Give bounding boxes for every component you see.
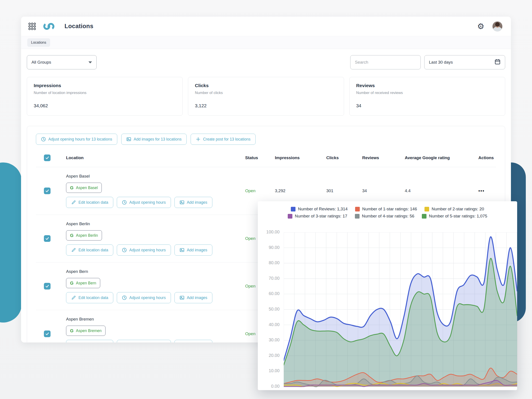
legend-swatch-icon bbox=[422, 214, 426, 219]
row-action-clock-button[interactable]: Adjust opening hours bbox=[117, 245, 171, 256]
bulk-action-label: Adjust opening hours for 13 locations bbox=[48, 137, 112, 142]
search-input[interactable] bbox=[355, 60, 416, 65]
google-profile-name: Aspen Basel bbox=[76, 185, 98, 190]
background-shape-left bbox=[0, 163, 22, 323]
bulk-action-button-0[interactable]: Adjust opening hours for 13 locations bbox=[36, 134, 117, 145]
column-header-rating[interactable]: Average Google rating bbox=[400, 155, 474, 160]
date-range-picker[interactable]: Last 30 days bbox=[424, 55, 505, 69]
row-action-clock-button[interactable]: Adjust opening hours bbox=[117, 292, 171, 303]
breadcrumb: Locations bbox=[21, 36, 511, 49]
kpi-value: 34 bbox=[356, 103, 498, 108]
google-profile-name: Aspen Berlin bbox=[76, 233, 98, 238]
google-profile-badge[interactable]: GAspen Basel bbox=[66, 183, 102, 193]
row-action-pencil-button[interactable]: Edit location data bbox=[66, 292, 113, 303]
row-checkbox[interactable] bbox=[44, 330, 51, 337]
breadcrumb-item-locations[interactable]: Locations bbox=[27, 38, 50, 47]
row-action-clock-button[interactable]: Adjust opening hours bbox=[117, 197, 171, 208]
kpi-title: Impressions bbox=[34, 83, 176, 88]
row-action-pencil-button[interactable]: Edit location data bbox=[66, 245, 113, 256]
group-filter-value: All Groups bbox=[32, 60, 51, 65]
row-checkbox[interactable] bbox=[44, 235, 51, 242]
y-axis-label: 90.00 bbox=[258, 245, 279, 250]
row-action-clock-button[interactable]: Adjust opening hours bbox=[117, 340, 171, 342]
kpi-subtitle: Number of location impressions bbox=[34, 91, 176, 95]
y-axis-label: 70.00 bbox=[258, 276, 279, 281]
row-action-label: Edit location data bbox=[78, 296, 108, 300]
legend-label: Number of 2-star ratings: 20 bbox=[431, 207, 484, 211]
brand-logo-icon[interactable] bbox=[43, 22, 55, 31]
select-all-checkbox[interactable] bbox=[44, 154, 51, 161]
column-header-clicks[interactable]: Clicks bbox=[322, 155, 358, 160]
row-action-label: Add images bbox=[187, 248, 207, 253]
legend-item[interactable]: Number of 5-star ratings: 1,075 bbox=[422, 214, 487, 219]
image-icon bbox=[180, 295, 184, 300]
bulk-action-button-2[interactable]: Create post for 13 locations bbox=[191, 134, 256, 145]
bulk-actions: Adjust opening hours for 13 locationsAdd… bbox=[36, 134, 496, 145]
legend-item[interactable]: Number of 1-star ratings: 146 bbox=[355, 207, 417, 211]
user-avatar[interactable] bbox=[492, 21, 502, 32]
legend-item[interactable]: Number of 4-star ratings: 56 bbox=[355, 214, 415, 219]
y-axis-label: 80.00 bbox=[258, 260, 279, 265]
google-profile-badge[interactable]: GAspen Bremen bbox=[66, 326, 106, 336]
row-action-label: Add images bbox=[187, 296, 207, 300]
google-profile-badge[interactable]: GAspen Berlin bbox=[66, 230, 102, 241]
column-header-actions[interactable]: Actions bbox=[474, 155, 496, 160]
row-checkbox[interactable] bbox=[44, 283, 51, 290]
kpi-cards: Impressions Number of location impressio… bbox=[27, 77, 505, 116]
legend-swatch-icon bbox=[291, 207, 296, 211]
row-action-label: Edit location data bbox=[78, 248, 108, 253]
app-grid-icon[interactable] bbox=[28, 22, 36, 30]
location-name: Aspen Bremen bbox=[66, 317, 242, 322]
status-badge: Open bbox=[242, 188, 270, 193]
column-header-reviews[interactable]: Reviews bbox=[358, 155, 400, 160]
row-action-label: Adjust opening hours bbox=[129, 296, 165, 300]
bulk-action-button-1[interactable]: Add images for 13 locations bbox=[121, 134, 187, 145]
row-checkbox[interactable] bbox=[44, 188, 51, 194]
plus-icon bbox=[196, 137, 201, 142]
row-action-image-button[interactable]: Add images bbox=[174, 245, 212, 256]
clock-icon bbox=[122, 248, 127, 253]
calendar-icon bbox=[494, 59, 500, 66]
legend-swatch-icon bbox=[355, 214, 360, 219]
gear-icon[interactable]: ⚙ bbox=[477, 22, 484, 30]
row-action-image-button[interactable]: Add images bbox=[174, 292, 212, 303]
image-icon bbox=[180, 248, 184, 253]
column-header-status[interactable]: Status bbox=[242, 155, 270, 160]
google-g-icon: G bbox=[70, 281, 74, 286]
row-action-image-button[interactable]: Add images bbox=[174, 340, 212, 342]
google-profile-badge[interactable]: GAspen Bern bbox=[66, 278, 100, 288]
kpi-card-clicks: Clicks Number of clicks 3,122 bbox=[188, 77, 344, 116]
y-axis-label: 50.00 bbox=[258, 307, 279, 312]
row-action-pencil-button[interactable]: Edit location data bbox=[66, 340, 113, 342]
column-header-impressions[interactable]: Impressions bbox=[270, 155, 322, 160]
google-g-icon: G bbox=[70, 185, 74, 190]
top-bar: Locations ⚙ bbox=[21, 17, 511, 36]
kpi-value: 34,062 bbox=[34, 103, 176, 108]
table-header: Location Status Impressions Clicks Revie… bbox=[36, 154, 496, 167]
y-axis-label: 0.00 bbox=[258, 384, 279, 389]
kpi-title: Clicks bbox=[195, 83, 337, 88]
pencil-icon bbox=[71, 295, 76, 300]
legend-swatch-icon bbox=[355, 207, 360, 211]
y-axis-label: 10.00 bbox=[258, 368, 279, 373]
legend-label: Number of 3-star ratings: 17 bbox=[295, 214, 347, 219]
legend-item[interactable]: Number of Reviews: 1,314 bbox=[291, 207, 348, 211]
y-axis-label: 20.00 bbox=[258, 353, 279, 358]
legend-item[interactable]: Number of 3-star ratings: 17 bbox=[288, 214, 347, 219]
google-g-icon: G bbox=[70, 328, 74, 333]
legend-item[interactable]: Number of 2-star ratings: 20 bbox=[424, 207, 484, 211]
row-actions-menu[interactable]: ••• bbox=[474, 188, 496, 194]
kpi-value: 3,122 bbox=[195, 103, 337, 108]
y-axis-label: 40.00 bbox=[258, 322, 279, 327]
row-action-pencil-button[interactable]: Edit location data bbox=[66, 197, 113, 208]
group-filter-dropdown[interactable]: All Groups bbox=[27, 55, 97, 69]
row-action-image-button[interactable]: Add images bbox=[174, 197, 212, 208]
row-action-label: Add images bbox=[187, 200, 207, 205]
image-icon bbox=[126, 137, 131, 142]
row-action-label: Adjust opening hours bbox=[129, 248, 165, 253]
column-header-location[interactable]: Location bbox=[59, 155, 242, 160]
bulk-action-label: Add images for 13 locations bbox=[134, 137, 182, 142]
google-g-icon: G bbox=[70, 233, 74, 238]
legend-swatch-icon bbox=[424, 207, 429, 211]
pencil-icon bbox=[71, 200, 76, 205]
